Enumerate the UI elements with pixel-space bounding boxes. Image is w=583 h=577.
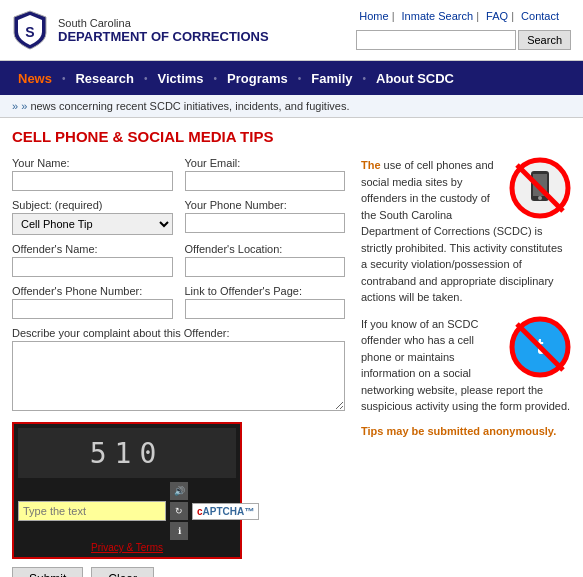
sub-header-content: news concerning recent SCDC initiatives,… — [30, 100, 349, 112]
field-group-email: Your Email: — [185, 157, 346, 191]
info-para2: t If you know of an SCDC offender who ha… — [361, 316, 571, 415]
nav-item-research[interactable]: Research — [65, 63, 144, 94]
subject-label: Subject: (required) — [12, 199, 173, 211]
main-navbar: News • Research • Victims • Programs • F… — [0, 61, 583, 95]
your-phone-label: Your Phone Number: — [185, 199, 346, 211]
nav-item-news[interactable]: News — [8, 63, 62, 94]
form-row-subject-phone: Subject: (required) Cell Phone Tip Socia… — [12, 199, 345, 235]
captcha-input-row: 🔊 ↻ ℹ cAPTCHA™ — [18, 482, 236, 540]
search-input[interactable] — [356, 30, 516, 50]
field-group-subject: Subject: (required) Cell Phone Tip Socia… — [12, 199, 173, 235]
your-name-input[interactable] — [12, 171, 173, 191]
inmate-search-link[interactable]: Inmate Search — [402, 10, 474, 22]
field-group-offender-name: Offender's Name: — [12, 243, 173, 277]
field-group-your-phone: Your Phone Number: — [185, 199, 346, 235]
contact-link[interactable]: Contact — [521, 10, 559, 22]
svg-point-4 — [538, 196, 542, 200]
your-email-input[interactable] — [185, 171, 346, 191]
org-line2: DEPARTMENT OF CORRECTIONS — [58, 29, 269, 44]
captcha-info-icon[interactable]: ℹ — [170, 522, 188, 540]
nav-item-family[interactable]: Family — [301, 63, 362, 94]
svg-text:S: S — [25, 24, 34, 40]
nav-item-about[interactable]: About SCDC — [366, 63, 464, 94]
form-section: Your Name: Your Email: Subject: (require… — [12, 157, 345, 577]
content-layout: Your Name: Your Email: Subject: (require… — [12, 157, 571, 577]
home-link[interactable]: Home — [359, 10, 388, 22]
sub-header-text: » news concerning recent SCDC initiative… — [0, 95, 583, 118]
offender-name-input[interactable] — [12, 257, 173, 277]
captcha-control-icons: 🔊 ↻ ℹ — [170, 482, 188, 540]
submit-button[interactable]: Submit — [12, 567, 83, 577]
page-title: CELL PHONE & SOCIAL MEDIA TIPS — [12, 128, 571, 145]
offender-location-input[interactable] — [185, 257, 346, 277]
field-group-link: Link to Offender's Page: — [185, 285, 346, 319]
nav-item-programs[interactable]: Programs — [217, 63, 298, 94]
nav-item-victims[interactable]: Victims — [148, 63, 214, 94]
clear-button[interactable]: Clear — [91, 567, 154, 577]
privacy-terms-link[interactable]: Privacy & Terms — [18, 542, 236, 553]
info-para1: The use of cell phones and social media … — [361, 157, 571, 306]
your-phone-input[interactable] — [185, 213, 346, 233]
captcha-input[interactable] — [18, 501, 166, 521]
faq-link[interactable]: FAQ — [486, 10, 508, 22]
field-group-name: Your Name: — [12, 157, 173, 191]
subject-select[interactable]: Cell Phone Tip Social Media Tip Other — [12, 213, 173, 235]
describe-label: Describe your complaint about this Offen… — [12, 327, 345, 339]
info-section: The use of cell phones and social media … — [361, 157, 571, 577]
captcha-audio-icon[interactable]: 🔊 — [170, 482, 188, 500]
search-bar: Search — [343, 28, 571, 52]
offender-phone-label: Offender's Phone Number: — [12, 285, 173, 297]
link-label: Link to Offender's Page: — [185, 285, 346, 297]
your-name-label: Your Name: — [12, 157, 173, 169]
offender-name-label: Offender's Name: — [12, 243, 173, 255]
main-content: CELL PHONE & SOCIAL MEDIA TIPS Your Name… — [0, 118, 583, 577]
form-row-offender-name-location: Offender's Name: Offender's Location: — [12, 243, 345, 277]
field-group-describe: Describe your complaint about this Offen… — [12, 327, 345, 414]
offender-phone-input[interactable] — [12, 299, 173, 319]
form-row-name-email: Your Name: Your Email: — [12, 157, 345, 191]
no-social-icon: t — [509, 316, 571, 378]
org-line1: South Carolina — [58, 17, 269, 29]
offender-location-label: Offender's Location: — [185, 243, 346, 255]
anonymous-note: Tips may be submitted anonymously. — [361, 425, 571, 437]
captcha-logo: cAPTCHA™ — [192, 503, 259, 520]
field-group-offender-location: Offender's Location: — [185, 243, 346, 277]
site-header: S South Carolina DEPARTMENT OF CORRECTIO… — [0, 0, 583, 61]
scdc-logo-icon: S — [12, 9, 48, 51]
link-input[interactable] — [185, 299, 346, 319]
describe-textarea[interactable] — [12, 341, 345, 411]
search-button[interactable]: Search — [518, 30, 571, 50]
form-buttons: Submit Clear — [12, 567, 345, 577]
top-nav-links: Home | Inmate Search | FAQ | Contact — [343, 8, 571, 24]
your-email-label: Your Email: — [185, 157, 346, 169]
field-group-offender-phone: Offender's Phone Number: — [12, 285, 173, 319]
captcha-image: 510 — [18, 428, 236, 478]
no-phone-icon — [509, 157, 571, 219]
captcha-container: 510 🔊 ↻ ℹ cAPTCHA™ Privacy & Terms — [12, 422, 242, 559]
form-row-offender-phone-link: Offender's Phone Number: Link to Offende… — [12, 285, 345, 319]
captcha-refresh-icon[interactable]: ↻ — [170, 502, 188, 520]
org-name-block: South Carolina DEPARTMENT OF CORRECTIONS — [58, 17, 269, 44]
